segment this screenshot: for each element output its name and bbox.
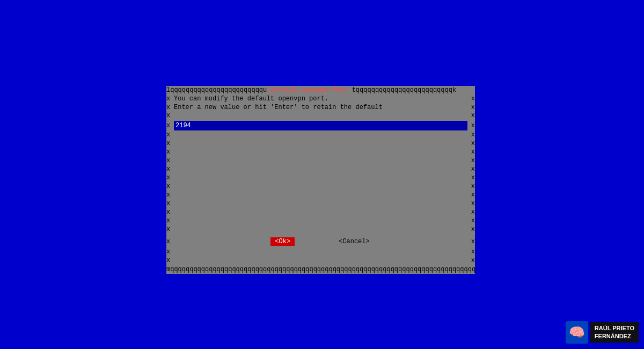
- port-input[interactable]: [174, 121, 467, 130]
- text-line-2: Enter a new value or hit 'Enter' to reta…: [174, 103, 467, 112]
- top-border-right: tqqqqqqqqqqqqqqqqqqqqqqqqqk: [348, 86, 456, 94]
- brand-icon: 🧠: [566, 321, 588, 344]
- border-right-2: x: [467, 103, 475, 112]
- empty-row: xx: [166, 183, 475, 191]
- empty-row: xx: [166, 208, 475, 217]
- empty-row: xx: [166, 217, 475, 226]
- cancel-button[interactable]: <Cancel>: [338, 237, 371, 246]
- empty-row-1: x x: [166, 112, 475, 120]
- top-border-left: lqqqqqqqqqqqqqqqqqqqqqqqqu: [166, 86, 270, 94]
- dialog-title: Default openvpn Port: [270, 86, 348, 94]
- empty-row: xx: [166, 174, 475, 183]
- empty-row: xx: [166, 140, 475, 148]
- empty-row: xx: [166, 131, 475, 140]
- bottom-border: mqqqqqqqqqqqqqqqqqqqqqqqqqqqqqqqqqqqqqqq…: [166, 265, 475, 274]
- background: lqqqqqqqqqqqqqqqqqqqqqqqqu Default openv…: [0, 0, 644, 349]
- border-left-input: x: [166, 122, 174, 129]
- input-row: x x: [166, 120, 475, 131]
- empty-row: xx: [166, 248, 475, 257]
- border-left-1: x: [166, 94, 174, 103]
- empty-row: xx: [166, 165, 475, 174]
- button-row: x <Ok> <Cancel> x: [166, 235, 475, 248]
- dialog-row-1: x You can modify the default openvpn por…: [166, 94, 475, 103]
- empty-row: xx: [166, 157, 475, 165]
- border-right-1: x: [467, 94, 475, 103]
- border-right-input: x: [467, 122, 475, 129]
- empty-row: xx: [166, 200, 475, 208]
- ok-button[interactable]: <Ok>: [270, 237, 295, 246]
- empty-row: xx: [166, 148, 475, 157]
- title-bar: lqqqqqqqqqqqqqqqqqqqqqqqqu Default openv…: [166, 86, 475, 94]
- border-left-2: x: [166, 103, 174, 112]
- brand-text: RAÚL PRIETO FERNÁNDEZ: [590, 322, 639, 343]
- brand-badge: 🧠 RAÚL PRIETO FERNÁNDEZ: [566, 321, 639, 344]
- text-line-1: You can modify the default openvpn port.: [174, 94, 467, 103]
- empty-row: xx: [166, 191, 475, 200]
- empty-row: xx: [166, 257, 475, 265]
- empty-row: xx: [166, 226, 475, 234]
- dialog-row-2: x Enter a new value or hit 'Enter' to re…: [166, 103, 475, 112]
- terminal-window: lqqqqqqqqqqqqqqqqqqqqqqqqu Default openv…: [166, 86, 475, 274]
